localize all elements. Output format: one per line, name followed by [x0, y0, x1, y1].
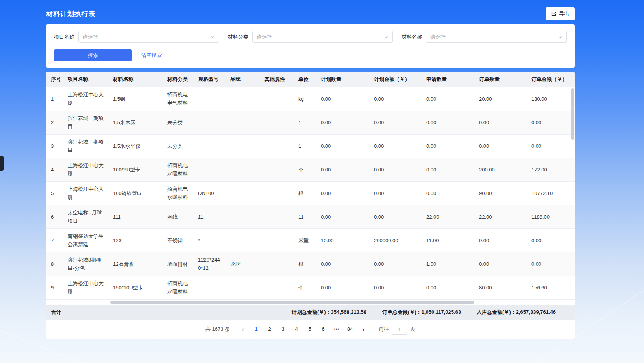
column-header: 计划数量 — [316, 72, 369, 87]
column-header: 材料名称 — [108, 72, 163, 87]
inbound-total-value: 2,657,339,761.46 — [516, 309, 556, 315]
column-header: 品牌 — [226, 72, 260, 87]
table-cell: 0.00 — [369, 111, 422, 134]
table-cell: 墙面辅材 — [163, 252, 193, 276]
table-cell: 根 — [294, 181, 316, 205]
table-cell: 11 — [193, 205, 226, 228]
table-cell: 1188.00 — [527, 205, 575, 228]
table-cell — [193, 158, 226, 181]
table-cell: 0.00 — [316, 87, 369, 111]
project-name-label: 项目名称 — [54, 33, 74, 41]
table-scroll-area: 序号项目名称材料名称材料分类规格型号品牌其他属性单位计划数量计划金额（￥）申请数… — [46, 72, 575, 305]
table-cell — [226, 228, 260, 252]
column-header: 规格型号 — [193, 72, 226, 87]
table-cell — [226, 134, 260, 158]
search-button[interactable]: 搜索 — [54, 49, 132, 61]
pagination-more-button[interactable]: ••• — [330, 323, 343, 335]
table-cell — [193, 87, 226, 111]
clear-search-link[interactable]: 清空搜索 — [141, 52, 162, 59]
horizontal-scrollbar[interactable] — [110, 301, 474, 304]
goto-page-suffix: 页 — [410, 326, 415, 333]
total-count: 共 1673 条 — [205, 326, 230, 333]
table-cell: 5 — [46, 181, 63, 205]
column-header: 订单金额（￥） — [527, 72, 575, 87]
table-header-row: 序号项目名称材料名称材料分类规格型号品牌其他属性单位计划数量计划金额（￥）申请数… — [46, 72, 575, 87]
page-number-button[interactable]: 4 — [290, 323, 303, 335]
order-total: 订单总金额(￥)：1,050,117,025.63 — [382, 309, 461, 316]
table-cell: 0.00 — [369, 134, 422, 158]
table-cell: 11.00 — [422, 228, 474, 252]
table-cell: 1.00 — [422, 252, 474, 276]
table-cell: 2 — [46, 111, 63, 134]
table-row: 6太空电梯--月球项目111网线11110.000.0022.0022.0011… — [46, 205, 575, 228]
table-row: 9上海松江中心大厦150*10U型卡招商机电水暖材料个0.000.000.008… — [46, 276, 575, 299]
goto-page: 前往 页 — [379, 324, 415, 335]
table-cell: 172.00 — [527, 158, 575, 181]
sidebar-collapse-handle[interactable] — [0, 156, 4, 171]
materials-table: 序号项目名称材料名称材料分类规格型号品牌其他属性单位计划数量计划金额（￥）申请数… — [46, 72, 575, 300]
page-number-button[interactable]: 1 — [250, 323, 263, 335]
table-cell: 上海松江中心大厦 — [63, 87, 108, 111]
summary-totals: 计划总金额(￥)：354,568,213.58 订单总金额(￥)：1,050,1… — [292, 309, 556, 316]
page-number-button[interactable]: 84 — [343, 323, 357, 335]
table-cell: 0.00 — [527, 134, 575, 158]
filter-row: 项目名称 请选择 材料分类 请选择 材料名称 请选择 — [54, 31, 567, 43]
material-category-filter: 材料分类 请选择 — [228, 31, 393, 43]
table-row: 4上海松江中心大厦100*8U型卡招商机电水暖材料个0.000.000.0020… — [46, 158, 575, 181]
table-row: 1上海松江中心大厦1.5钢招商机电电气材料kg0.000.000.0020.00… — [46, 87, 575, 111]
table-cell: 111 — [108, 205, 163, 228]
table-cell: 南钢盛达大学生公寓新建 — [63, 228, 108, 252]
material-name-label: 材料名称 — [402, 33, 422, 41]
next-page-button[interactable]: › — [357, 323, 369, 335]
table-cell: 太空电梯--月球项目 — [63, 205, 108, 228]
table-cell: 0.00 — [422, 87, 474, 111]
table-cell: 0.00 — [474, 228, 527, 252]
table-cell: 0.00 — [369, 252, 422, 276]
table-cell: 招商机电水暖材料 — [163, 181, 193, 205]
table-cell: 1 — [294, 111, 316, 134]
material-category-label: 材料分类 — [228, 33, 248, 41]
page-number-button[interactable]: 6 — [316, 323, 330, 335]
table-row: 8滨江花城8期项目-分包12石膏板墙面辅材1220*2440*12龙牌根0.00… — [46, 252, 575, 276]
material-name-select[interactable]: 请选择 — [426, 31, 567, 43]
table-cell: 0.00 — [422, 134, 474, 158]
table-cell: 9 — [46, 276, 63, 299]
vertical-scrollbar[interactable] — [571, 88, 574, 140]
filter-panel: 项目名称 请选择 材料分类 请选择 材料名称 请选择 — [46, 24, 575, 68]
page-number-button[interactable]: 5 — [303, 323, 316, 335]
table-cell — [226, 205, 260, 228]
material-category-select[interactable]: 请选择 — [252, 31, 393, 43]
table-cell: 80.00 — [474, 276, 527, 299]
table-cell: 10.00 — [316, 228, 369, 252]
table-cell: 100*8U型卡 — [108, 158, 163, 181]
table-cell: 滨江花城8期项目-分包 — [63, 252, 108, 276]
table-cell — [193, 134, 226, 158]
table-cell: 0.00 — [316, 276, 369, 299]
table-cell: kg — [294, 87, 316, 111]
page-number-button[interactable]: 2 — [263, 323, 276, 335]
table-cell: 0.00 — [527, 111, 575, 134]
material-name-filter: 材料名称 请选择 — [402, 31, 567, 43]
table-cell — [193, 111, 226, 134]
table-cell: 22.00 — [422, 205, 474, 228]
order-total-label: 订单总金额(￥)： — [382, 309, 422, 315]
prev-page-button[interactable]: ‹ — [237, 323, 249, 335]
table-cell — [260, 228, 294, 252]
table-cell: 0.00 — [474, 111, 527, 134]
page-number-button[interactable]: 3 — [276, 323, 290, 335]
table-cell: 0.00 — [369, 158, 422, 181]
goto-page-input[interactable] — [392, 324, 407, 335]
project-name-select[interactable]: 请选择 — [78, 31, 219, 43]
table-cell — [226, 158, 260, 181]
table-cell: 未分类 — [163, 134, 193, 158]
export-button[interactable]: 导出 — [546, 7, 575, 20]
chevron-down-icon — [210, 35, 215, 39]
column-header: 其他属性 — [260, 72, 294, 87]
summary-total-label: 合计 — [51, 309, 61, 316]
table-cell: 不锈钢 — [163, 228, 193, 252]
table-cell: 招商机电水暖材料 — [163, 276, 193, 299]
table-cell: 20.00 — [474, 87, 527, 111]
table-cell — [260, 205, 294, 228]
table-cell: 0.00 — [369, 205, 422, 228]
chevron-down-icon — [558, 35, 563, 39]
